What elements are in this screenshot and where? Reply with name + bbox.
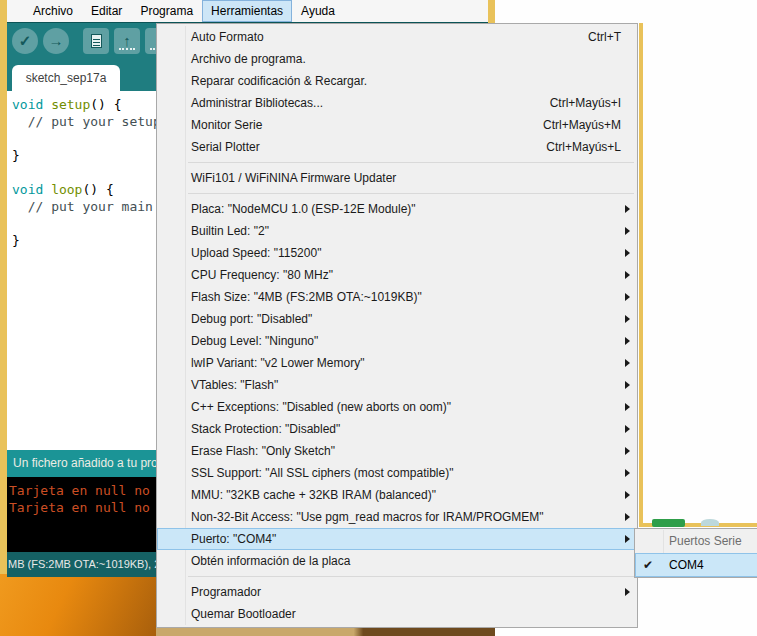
menu-item-label: Debug Level: "Ninguno" <box>191 334 318 348</box>
menu-item-stack-protection-disabled[interactable]: Stack Protection: "Disabled" <box>157 418 637 440</box>
submenu-arrow-icon <box>625 588 630 596</box>
menubar-item-editar[interactable]: Editar <box>82 0 131 22</box>
menu-separator <box>188 576 634 577</box>
submenu-item-label: COM4 <box>669 558 704 572</box>
menu-item-flash-size-4mb-fs-2mb-ota-1019kb[interactable]: Flash Size: "4MB (FS:2MB OTA:~1019KB)" <box>157 286 637 308</box>
submenu-arrow-icon <box>625 293 630 301</box>
menu-item-reparar-codificacion-recargar[interactable]: Reparar codificación & Recargar. <box>157 70 637 92</box>
menu-item-debug-level-ninguno[interactable]: Debug Level: "Ninguno" <box>157 330 637 352</box>
menu-item-label: CPU Frequency: "80 MHz" <box>191 268 333 282</box>
submenu-arrow-icon <box>625 227 630 235</box>
menu-item-label: Stack Protection: "Disabled" <box>191 422 340 436</box>
menu-item-serial-plotter[interactable]: Serial PlotterCtrl+Mayús+L <box>157 136 637 158</box>
menu-item-ssl-support-all-ssl-ciphers-most-compati[interactable]: SSL Support: "All SSL ciphers (most comp… <box>157 462 637 484</box>
menu-item-label: VTables: "Flash" <box>191 378 278 392</box>
menu-item-label: Auto Formato <box>191 30 264 44</box>
submenu-arrow-icon <box>625 535 630 543</box>
menu-item-cpu-frequency-80-mhz[interactable]: CPU Frequency: "80 MHz" <box>157 264 637 286</box>
tray-decoration <box>119 48 135 50</box>
verify-button[interactable]: ✓ <box>12 28 38 54</box>
submenu-arrow-icon <box>625 425 630 433</box>
menu-item-label: Non-32-Bit Access: "Use pgm_read macros … <box>191 510 544 524</box>
menu-item-label: Serial Plotter <box>191 140 260 154</box>
check-icon: ✓ <box>19 32 32 50</box>
menu-item-label: Puerto: "COM4" <box>191 532 276 546</box>
submenu-arrow-icon <box>625 469 630 477</box>
desktop-wallpaper <box>0 574 156 636</box>
menu-separator <box>188 193 634 194</box>
submenu-arrow-icon <box>625 271 630 279</box>
submenu-arrow-icon <box>625 205 630 213</box>
menu-item-wifi101-wifinina-firmware-updater[interactable]: WiFi101 / WiFiNINA Firmware Updater <box>157 167 637 189</box>
menu-item-label: Reparar codificación & Recargar. <box>191 74 367 88</box>
menu-item-builtin-led-2[interactable]: Builtin Led: "2" <box>157 220 637 242</box>
menu-item-label: Quemar Bootloader <box>191 607 296 621</box>
submenu-arrow-icon <box>625 315 630 323</box>
submenu-arrow-icon <box>625 403 630 411</box>
submenu-arrow-icon <box>625 513 630 521</box>
menu-item-label: WiFi101 / WiFiNINA Firmware Updater <box>191 171 396 185</box>
menu-item-non-32-bit-access-use-pgm-read-macros-fo[interactable]: Non-32-Bit Access: "Use pgm_read macros … <box>157 506 637 528</box>
open-button[interactable]: ↑ <box>114 28 140 54</box>
menu-item-quemar-bootloader[interactable]: Quemar Bootloader <box>157 603 637 625</box>
menu-item-label: Builtin Led: "2" <box>191 224 269 238</box>
menu-item-label: Archivo de programa. <box>191 52 306 66</box>
port-submenu: Puertos Serie ✔COM4 <box>634 528 757 578</box>
menu-item-lwip-variant-v2-lower-memory[interactable]: lwIP Variant: "v2 Lower Memory" <box>157 352 637 374</box>
new-sketch-button[interactable] <box>83 28 109 54</box>
menu-item-monitor-serie[interactable]: Monitor SerieCtrl+Mayús+M <box>157 114 637 136</box>
menu-item-debug-port-disabled[interactable]: Debug port: "Disabled" <box>157 308 637 330</box>
arrow-right-icon: → <box>49 32 64 49</box>
menu-item-auto-formato[interactable]: Auto FormatoCtrl+T <box>157 26 637 48</box>
menu-item-shortcut: Ctrl+Mayús+L <box>546 140 621 154</box>
menu-item-label: lwIP Variant: "v2 Lower Memory" <box>191 356 364 370</box>
menu-separator <box>188 162 634 163</box>
submenu-header: Puertos Serie <box>635 529 757 553</box>
menu-item-label: SSL Support: "All SSL ciphers (most comp… <box>191 466 453 480</box>
upload-button[interactable]: → <box>43 28 69 54</box>
submenu-arrow-icon <box>625 447 630 455</box>
menu-item-upload-speed-115200[interactable]: Upload Speed: "115200" <box>157 242 637 264</box>
menu-item-erase-flash-only-sketch[interactable]: Erase Flash: "Only Sketch" <box>157 440 637 462</box>
sketch-tab[interactable]: sketch_sep17a <box>12 65 120 91</box>
menu-item-archivo-de-programa[interactable]: Archivo de programa. <box>157 48 637 70</box>
checkmark-icon: ✔ <box>643 553 653 577</box>
background-decoration <box>652 519 685 527</box>
document-icon <box>91 34 102 48</box>
menu-item-label: C++ Exceptions: "Disabled (new aborts on… <box>191 400 451 414</box>
menu-item-label: Obtén información de la placa <box>191 554 350 568</box>
menu-item-placa-nodemcu-1-0-esp-12e-module[interactable]: Placa: "NodeMCU 1.0 (ESP-12E Module)" <box>157 198 637 220</box>
submenu-arrow-icon <box>625 381 630 389</box>
menubar-item-programa[interactable]: Programa <box>131 0 202 22</box>
menu-item-shortcut: Ctrl+Mayús+I <box>550 96 621 110</box>
menubar-item-herramientas[interactable]: Herramientas <box>202 0 292 22</box>
menu-item-label: Erase Flash: "Only Sketch" <box>191 444 335 458</box>
menu-item-label: Placa: "NodeMCU 1.0 (ESP-12E Module)" <box>191 202 416 216</box>
submenu-arrow-icon <box>625 337 630 345</box>
submenu-arrow-icon <box>625 359 630 367</box>
menu-item-programador[interactable]: Programador <box>157 581 637 603</box>
menu-item-obten-informacion-de-la-placa[interactable]: Obtén información de la placa <box>157 550 637 572</box>
menubar-item-archivo[interactable]: Archivo <box>24 0 82 22</box>
menu-item-administrar-bibliotecas[interactable]: Administrar Bibliotecas...Ctrl+Mayús+I <box>157 92 637 114</box>
background-decoration <box>701 519 719 526</box>
menubar-item-ayuda[interactable]: Ayuda <box>292 0 344 22</box>
menu-item-label: Monitor Serie <box>191 118 262 132</box>
menu-item-c-exceptions-disabled-new-aborts-on-oom[interactable]: C++ Exceptions: "Disabled (new aborts on… <box>157 396 637 418</box>
menu-item-label: Upload Speed: "115200" <box>191 246 321 260</box>
menu-item-vtables-flash[interactable]: VTables: "Flash" <box>157 374 637 396</box>
submenu-arrow-icon <box>625 249 630 257</box>
submenu-item-com4[interactable]: ✔COM4 <box>635 553 757 577</box>
submenu-arrow-icon <box>625 491 630 499</box>
tools-menu-dropdown: Auto FormatoCtrl+TArchivo de programa.Re… <box>156 23 638 628</box>
menu-item-label: Administrar Bibliotecas... <box>191 96 323 110</box>
menu-item-puerto-com4[interactable]: Puerto: "COM4" <box>157 528 637 550</box>
menu-item-label: Flash Size: "4MB (FS:2MB OTA:~1019KB)" <box>191 290 422 304</box>
menu-item-mmu-32kb-cache-32kb-iram-balanced[interactable]: MMU: "32KB cache + 32KB IRAM (balanced)" <box>157 484 637 506</box>
background-window-border <box>639 23 643 527</box>
menu-item-shortcut: Ctrl+T <box>588 30 621 44</box>
menu-item-label: Debug port: "Disabled" <box>191 312 312 326</box>
menu-item-label: Programador <box>191 585 261 599</box>
menu-item-shortcut: Ctrl+Mayús+M <box>543 118 621 132</box>
menu-bar: ArchivoEditarProgramaHerramientasAyuda <box>7 0 488 22</box>
